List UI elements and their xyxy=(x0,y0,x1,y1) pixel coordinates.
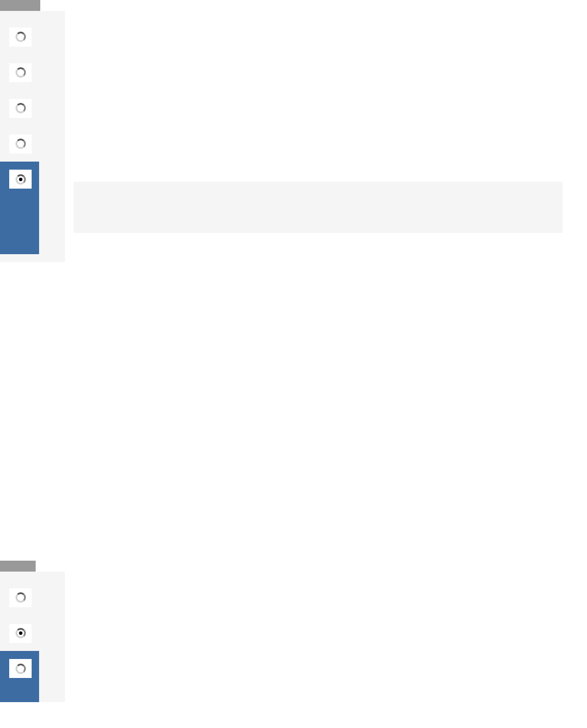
sidebar-item-3[interactable] xyxy=(0,90,65,126)
sidebar-2 xyxy=(0,572,65,702)
sidebar-item-4[interactable] xyxy=(0,126,65,162)
spinner-icon xyxy=(16,103,26,113)
sidebar-item-b3-selected[interactable] xyxy=(0,651,39,702)
sidebar-item-2[interactable] xyxy=(0,55,65,90)
icon-box xyxy=(9,135,32,154)
spinner-icon xyxy=(16,139,26,149)
section-header-1 xyxy=(0,0,40,11)
spinner-active-icon xyxy=(16,174,26,185)
spinner-active-icon xyxy=(16,628,26,638)
icon-box xyxy=(9,170,32,189)
section-header-2 xyxy=(0,561,36,572)
content-panel-1 xyxy=(74,182,563,233)
sidebar-1 xyxy=(0,11,65,262)
spinner-icon xyxy=(16,592,26,603)
sidebar-item-5-selected[interactable] xyxy=(0,162,39,254)
sidebar-item-1[interactable] xyxy=(0,19,65,55)
sidebar-item-b1[interactable] xyxy=(0,580,65,615)
icon-box xyxy=(9,63,32,82)
spinner-icon xyxy=(16,32,26,42)
sidebar-item-b2[interactable] xyxy=(0,615,65,651)
spinner-icon xyxy=(16,664,26,674)
icon-box xyxy=(9,624,32,643)
icon-box xyxy=(9,659,32,678)
section-1 xyxy=(0,0,587,561)
icon-box xyxy=(9,588,32,607)
spinner-icon xyxy=(16,67,26,78)
section-2 xyxy=(0,561,587,702)
icon-box xyxy=(9,99,32,118)
icon-box xyxy=(9,28,32,47)
